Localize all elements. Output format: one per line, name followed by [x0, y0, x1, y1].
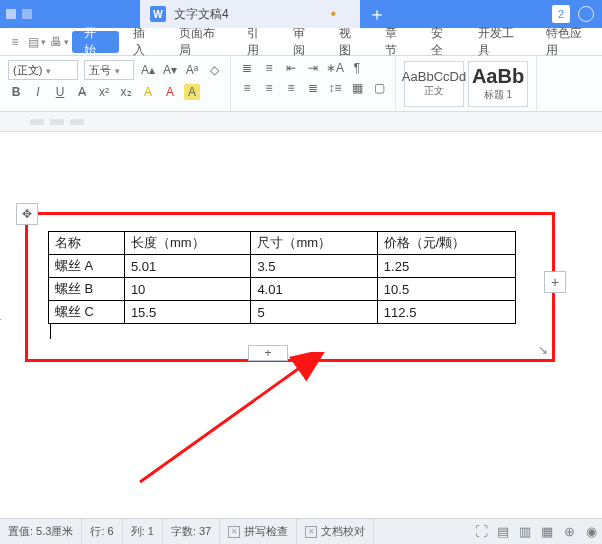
status-charcount[interactable]: 字数: 37: [163, 519, 220, 544]
font-size-combo[interactable]: 五号: [84, 60, 134, 80]
font-size-value: 五号: [89, 63, 111, 78]
style-heading1[interactable]: AaBb 标题 1: [468, 61, 528, 107]
col-header[interactable]: 名称: [49, 232, 125, 255]
status-line[interactable]: 行: 6: [82, 519, 122, 544]
app-icon: [22, 9, 32, 19]
change-case-icon[interactable]: Aª: [184, 62, 200, 78]
linespacing-icon[interactable]: ↕≡: [327, 80, 343, 96]
table-row[interactable]: 螺丝 C 15.5 5 112.5: [49, 301, 516, 324]
document-tab[interactable]: W 文字文稿4 •: [140, 0, 360, 28]
table-row[interactable]: 螺丝 B 10 4.01 10.5: [49, 278, 516, 301]
bold-icon[interactable]: B: [8, 84, 24, 100]
viewmode-web-icon[interactable]: ▦: [536, 524, 558, 539]
cell[interactable]: 3.5: [251, 255, 377, 278]
table-row[interactable]: 螺丝 A 5.01 3.5 1.25: [49, 255, 516, 278]
tab-section[interactable]: 章节: [373, 28, 419, 55]
table-resize-handle-icon[interactable]: ↘: [533, 340, 553, 360]
data-table[interactable]: 名称 长度（mm） 尺寸（mm） 价格（元/颗） 螺丝 A 5.01 3.5 1…: [48, 231, 516, 324]
table-move-handle-icon[interactable]: ✥: [16, 203, 38, 225]
viewmode-print-icon[interactable]: ▤: [492, 524, 514, 539]
eye-icon[interactable]: ◉: [580, 524, 602, 539]
cell[interactable]: 10: [124, 278, 250, 301]
cell[interactable]: 螺丝 C: [49, 301, 125, 324]
status-spellcheck[interactable]: ✕ 拼写检查: [220, 519, 297, 544]
char-shading-icon[interactable]: A: [184, 84, 200, 100]
status-column[interactable]: 列: 1: [123, 519, 163, 544]
style-label: 标题 1: [484, 88, 512, 102]
table-add-row-button[interactable]: +: [248, 345, 288, 361]
svg-line-1: [140, 364, 305, 482]
menu-file-icon[interactable]: ≡: [4, 35, 26, 49]
col-header[interactable]: 价格（元/颗）: [377, 232, 515, 255]
page: ✥ + + ↘ 名称 长度（mm） 尺寸（mm） 价格（元/颗） 螺丝 A 5.…: [10, 152, 580, 512]
style-sample: AaBb: [472, 65, 524, 88]
account-icon[interactable]: [578, 6, 594, 22]
annotation-arrow-icon: [110, 352, 340, 492]
window-controls: [0, 0, 140, 28]
numbering-icon[interactable]: ≡: [261, 60, 277, 76]
cell[interactable]: 10.5: [377, 278, 515, 301]
borders-icon[interactable]: ▢: [371, 80, 387, 96]
style-normal[interactable]: AaBbCcDd 正文: [404, 61, 464, 107]
app-icon: [6, 9, 16, 19]
cell[interactable]: 15.5: [124, 301, 250, 324]
status-spellcheck-label: 拼写检查: [244, 524, 288, 539]
tab-reference[interactable]: 引用: [235, 28, 281, 55]
cell[interactable]: 1.25: [377, 255, 515, 278]
col-header[interactable]: 尺寸（mm）: [251, 232, 377, 255]
font-name-value: (正文): [13, 63, 42, 78]
indent-dec-icon[interactable]: ⇤: [283, 60, 299, 76]
italic-icon[interactable]: I: [30, 84, 46, 100]
indent-inc-icon[interactable]: ⇥: [305, 60, 321, 76]
menu-print-icon[interactable]: 🖶: [48, 35, 70, 49]
sub-icon[interactable]: x₂: [118, 84, 134, 100]
cell[interactable]: 螺丝 A: [49, 255, 125, 278]
clear-format-icon[interactable]: ◇: [206, 62, 222, 78]
tab-home[interactable]: 开始: [72, 31, 118, 53]
viewmode-read-icon[interactable]: ▥: [514, 524, 536, 539]
super-icon[interactable]: x²: [96, 84, 112, 100]
tab-pagelayout[interactable]: 页面布局: [167, 28, 235, 55]
sort-icon[interactable]: ∗A: [327, 60, 343, 76]
tab-devtools[interactable]: 开发工具: [466, 28, 534, 55]
status-position[interactable]: 置值: 5.3厘米: [0, 519, 82, 544]
cell[interactable]: 112.5: [377, 301, 515, 324]
margin-marker: ⌐: [0, 314, 2, 325]
globe-icon[interactable]: ⊕: [558, 524, 580, 539]
cell[interactable]: 螺丝 B: [49, 278, 125, 301]
align-right-icon[interactable]: ≡: [283, 80, 299, 96]
tab-security[interactable]: 安全: [419, 28, 465, 55]
strike-icon[interactable]: A̶: [74, 84, 90, 100]
shading-icon[interactable]: ▦: [349, 80, 365, 96]
ruler[interactable]: [0, 112, 602, 132]
cell[interactable]: 4.01: [251, 278, 377, 301]
text-cursor: [50, 323, 51, 339]
table-add-column-button[interactable]: +: [544, 271, 566, 293]
font-name-combo[interactable]: (正文): [8, 60, 78, 80]
cell[interactable]: 5: [251, 301, 377, 324]
tab-view[interactable]: 视图: [327, 28, 373, 55]
document-canvas[interactable]: ⌐ ✥ + + ↘ 名称 长度（mm） 尺寸（mm） 价格（元/颗） 螺丝 A: [0, 132, 602, 512]
notification-badge[interactable]: 2: [552, 5, 570, 23]
menu-quickaccess-icon[interactable]: ▤: [26, 35, 48, 49]
tab-insert[interactable]: 插入: [121, 28, 167, 55]
tab-review[interactable]: 审阅: [281, 28, 327, 55]
underline-icon[interactable]: U: [52, 84, 68, 100]
cell[interactable]: 5.01: [124, 255, 250, 278]
doctype-word-icon: W: [150, 6, 166, 22]
tab-special[interactable]: 特色应用: [534, 28, 602, 55]
fullscreen-icon[interactable]: ⛶: [470, 524, 492, 539]
grow-font-icon[interactable]: A▴: [140, 62, 156, 78]
col-header[interactable]: 长度（mm）: [124, 232, 250, 255]
font-color-icon[interactable]: A: [162, 84, 178, 100]
shrink-font-icon[interactable]: A▾: [162, 62, 178, 78]
align-center-icon[interactable]: ≡: [261, 80, 277, 96]
table-header-row: 名称 长度（mm） 尺寸（mm） 价格（元/颗）: [49, 232, 516, 255]
bullets-icon[interactable]: ≣: [239, 60, 255, 76]
align-justify-icon[interactable]: ≣: [305, 80, 321, 96]
highlight-icon[interactable]: A: [140, 84, 156, 100]
status-proofread[interactable]: ✕ 文档校对: [297, 519, 374, 544]
showmarks-icon[interactable]: ¶: [349, 60, 365, 76]
annotation-box: ✥ + + ↘ 名称 长度（mm） 尺寸（mm） 价格（元/颗） 螺丝 A 5.…: [25, 212, 555, 362]
align-left-icon[interactable]: ≡: [239, 80, 255, 96]
